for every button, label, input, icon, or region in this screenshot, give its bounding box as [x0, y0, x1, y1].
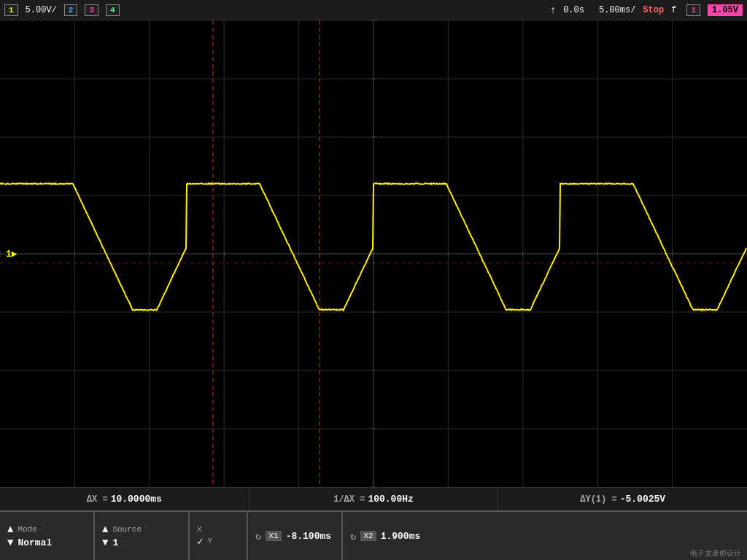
delta-y-value: -5.0025V [620, 494, 665, 505]
ch4-badge[interactable]: 4 [106, 4, 120, 16]
time-scale: 5.00ms/ [599, 5, 635, 15]
delta-y-cell: ΔY(1) = -5.0025V [498, 488, 747, 510]
x2-badge: X2 [360, 531, 376, 541]
inv-delta-x-value: 100.00Hz [368, 494, 413, 505]
waveform-canvas [0, 20, 747, 487]
undo2-icon[interactable]: ↻ [350, 530, 356, 542]
ch3-trigger-value: 1.05V [708, 4, 743, 16]
y-label: Y [207, 537, 212, 545]
delta-x-label: ΔX = [87, 494, 108, 505]
mode-section: ▲ Mode ▼ Normal [0, 512, 95, 560]
ch3-badge[interactable]: 3 [85, 4, 98, 16]
ch1-badge[interactable]: 1 [4, 4, 18, 16]
mode-down-arrow-icon[interactable]: ▼ [7, 537, 13, 548]
source-section: ▲ Source ▼ 1 [95, 512, 190, 560]
status-badge: Stop [643, 5, 664, 15]
time-position: 0.0s [563, 5, 584, 15]
oscilloscope: 1 5.00V/ 2 3 4 ↑ 0.0s 5.00ms/ Stop f 1 1… [0, 0, 747, 560]
ch3-trigger-badge: 1 [686, 4, 700, 16]
ch1-ground-indicator: 1▶ [6, 248, 18, 260]
source-up-arrow-icon[interactable]: ▲ [102, 524, 108, 535]
inv-delta-x-label: 1/ΔX = [333, 494, 365, 505]
y-checkmark: ✓ [197, 535, 203, 548]
source-label: Source [112, 525, 142, 534]
watermark: 电子龙老师设计 [690, 548, 741, 559]
inv-delta-x-cell: 1/ΔX = 100.00Hz [249, 488, 499, 510]
x2-cursor-section: ↻ X2 1.900ms 电子龙老师设计 [343, 512, 747, 560]
measurements-bar: ΔX = 10.0000ms 1/ΔX = 100.00Hz ΔY(1) = -… [0, 487, 747, 510]
top-bar: 1 5.00V/ 2 3 4 ↑ 0.0s 5.00ms/ Stop f 1 1… [0, 0, 747, 20]
x1-cursor-section: ↻ X1 -8.100ms [248, 512, 343, 560]
mode-up-arrow-icon[interactable]: ▲ [7, 524, 13, 535]
trigger-arrow-icon: ↑ [550, 4, 556, 16]
mode-label: Mode [18, 525, 36, 534]
delta-x-value: 10.0000ms [111, 494, 162, 505]
x1-value: -8.100ms [286, 531, 331, 542]
source-down-arrow-icon[interactable]: ▼ [102, 537, 108, 548]
xy-section: X ✓ Y [190, 512, 248, 560]
controls-bar: ▲ Mode ▼ Normal ▲ Source ▼ 1 X [0, 510, 747, 560]
x-label: X [197, 525, 202, 534]
x2-value: 1.900ms [381, 531, 421, 542]
trigger-type: f [671, 5, 676, 15]
source-value: 1 [112, 537, 118, 548]
undo-icon[interactable]: ↻ [255, 530, 261, 542]
x1-badge: X1 [266, 531, 281, 541]
oscilloscope-screen: 1▶ [0, 20, 747, 487]
delta-y-label: ΔY(1) = [580, 494, 616, 505]
ch2-badge[interactable]: 2 [64, 4, 78, 16]
delta-x-cell: ΔX = 10.0000ms [0, 488, 249, 510]
ch1-scale: 5.00V/ [26, 5, 57, 15]
mode-value: Normal [18, 537, 52, 548]
